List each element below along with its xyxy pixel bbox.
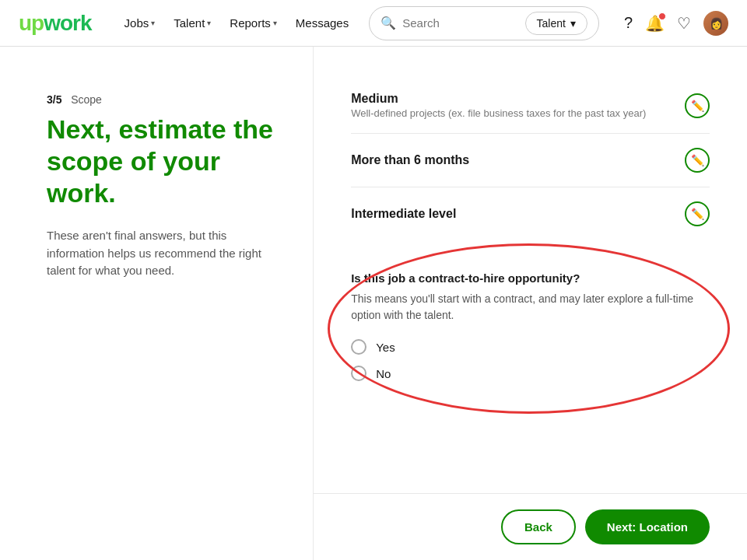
edit-medium-button[interactable]: ✏️ bbox=[685, 93, 710, 118]
talent-chevron-icon: ▾ bbox=[207, 19, 211, 27]
search-icon: 🔍 bbox=[381, 16, 396, 30]
contract-question: Is this job a contract-to-hire opportuni… bbox=[351, 271, 710, 285]
page-subtitle: These aren't final answers, but this inf… bbox=[47, 227, 275, 280]
messages-nav-link[interactable]: Messages bbox=[288, 12, 356, 34]
jobs-nav-link[interactable]: Jobs ▾ bbox=[117, 12, 163, 34]
upwork-logo[interactable]: upwork bbox=[19, 11, 92, 36]
notifications-icon[interactable]: 🔔 bbox=[645, 14, 665, 33]
favorites-icon[interactable]: ♡ bbox=[677, 14, 691, 33]
step-number: 3/5 bbox=[47, 93, 61, 106]
radio-yes-label: Yes bbox=[376, 341, 395, 354]
next-button[interactable]: Next: Location bbox=[585, 509, 710, 544]
scope-duration-info: More than 6 months bbox=[351, 153, 469, 167]
help-icon[interactable]: ? bbox=[624, 14, 633, 32]
page-layout: 3/5 Scope Next, estimate the scope of yo… bbox=[0, 47, 747, 560]
contract-description: This means you'll start with a contract,… bbox=[351, 291, 710, 324]
reports-chevron-icon: ▾ bbox=[273, 19, 277, 27]
step-label: 3/5 Scope bbox=[47, 93, 275, 106]
scope-row-medium: Medium Well-defined projects (ex. file b… bbox=[351, 78, 710, 134]
nav-links: Jobs ▾ Talent ▾ Reports ▾ Messages bbox=[117, 12, 357, 34]
talent-selector-label: Talent bbox=[537, 17, 566, 30]
main-nav: upwork Jobs ▾ Talent ▾ Reports ▾ Message… bbox=[0, 0, 747, 47]
search-input[interactable] bbox=[402, 16, 515, 30]
avatar[interactable]: 👩 bbox=[703, 11, 728, 36]
scope-row-level: Intermediate level ✏️ bbox=[351, 187, 710, 240]
talent-nav-link[interactable]: Talent ▾ bbox=[166, 12, 219, 34]
scope-level-label: Intermediate level bbox=[351, 207, 456, 221]
radio-no[interactable]: No bbox=[351, 366, 710, 381]
contract-section: Is this job a contract-to-hire opportuni… bbox=[351, 259, 710, 394]
scope-medium-sublabel: Well-defined projects (ex. file business… bbox=[351, 107, 646, 119]
radio-no-label: No bbox=[376, 367, 391, 380]
scope-duration-label: More than 6 months bbox=[351, 153, 469, 167]
scope-items: Medium Well-defined projects (ex. file b… bbox=[351, 78, 710, 240]
page-title: Next, estimate the scope of your work. bbox=[47, 114, 275, 208]
search-bar[interactable]: 🔍 Talent ▾ bbox=[369, 6, 599, 40]
left-panel: 3/5 Scope Next, estimate the scope of yo… bbox=[0, 47, 314, 560]
scope-medium-label: Medium bbox=[351, 92, 646, 106]
edit-duration-button[interactable]: ✏️ bbox=[685, 148, 710, 173]
contract-radio-group: Yes No bbox=[351, 339, 710, 381]
radio-yes-circle bbox=[351, 339, 366, 355]
edit-level-button[interactable]: ✏️ bbox=[685, 201, 710, 226]
talent-selector-chevron: ▾ bbox=[570, 17, 576, 30]
right-panel: Medium Well-defined projects (ex. file b… bbox=[314, 47, 747, 560]
back-button[interactable]: Back bbox=[501, 509, 576, 544]
radio-no-circle bbox=[351, 366, 366, 381]
scope-level-info: Intermediate level bbox=[351, 207, 456, 221]
footer-bar: Back Next: Location bbox=[314, 493, 747, 560]
jobs-chevron-icon: ▾ bbox=[151, 19, 155, 27]
radio-yes[interactable]: Yes bbox=[351, 339, 710, 355]
scope-medium-info: Medium Well-defined projects (ex. file b… bbox=[351, 92, 646, 119]
step-name: Scope bbox=[71, 93, 102, 106]
scope-row-duration: More than 6 months ✏️ bbox=[351, 134, 710, 187]
nav-icons: ? 🔔 ♡ 👩 bbox=[624, 11, 728, 36]
reports-nav-link[interactable]: Reports ▾ bbox=[222, 12, 285, 34]
talent-selector[interactable]: Talent ▾ bbox=[525, 12, 587, 35]
